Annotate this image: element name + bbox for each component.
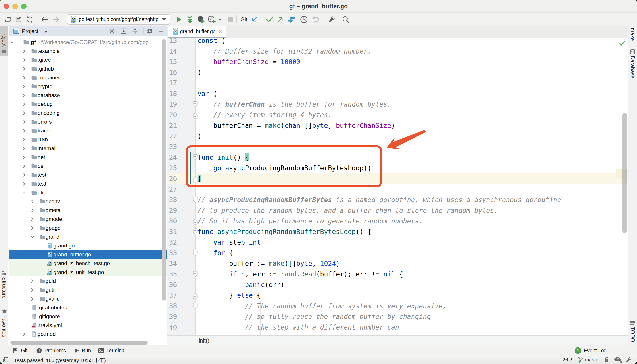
git-merge-button[interactable] <box>287 13 296 26</box>
fold-marker-collapse-icon[interactable] <box>193 228 198 235</box>
tab-close-icon[interactable] <box>218 29 223 34</box>
project-horizontal-scrollbar[interactable] <box>10 340 148 345</box>
tree-collapsed-chevron-icon[interactable] <box>22 138 26 142</box>
debug-button[interactable] <box>186 13 193 26</box>
caret-position-widget[interactable]: 26:2 <box>562 356 572 364</box>
tree-item-grand-buffer-go[interactable]: grand_buffer.go <box>9 250 167 259</box>
lock-status-icon[interactable] <box>604 356 610 364</box>
tree-item--gitattributes[interactable]: .gitattributes <box>9 303 167 312</box>
code-line-25[interactable]: go asyncProducingRandomBufferBytesLoop() <box>198 163 371 174</box>
stripe-make-button[interactable]: make <box>628 28 637 41</box>
tree-collapsed-chevron-icon[interactable] <box>30 226 34 230</box>
code-line-33[interactable]: for { <box>198 248 233 258</box>
tree-item-gvalid[interactable]: gvalid <box>9 294 167 303</box>
tree-item-grand-go[interactable]: grand.go <box>9 241 167 250</box>
toolwindow-toggle-icon[interactable] <box>3 356 8 364</box>
tree-collapsed-chevron-icon[interactable] <box>22 84 26 89</box>
back-icon[interactable] <box>40 13 48 26</box>
editor-vertical-scrollbar[interactable] <box>622 113 627 233</box>
tree-collapsed-chevron-icon[interactable] <box>22 129 26 133</box>
code-line-13[interactable]: const ( <box>198 38 225 46</box>
code-line-31[interactable]: func asyncProducingRandomBufferBytesLoop… <box>198 226 371 237</box>
code-line-34[interactable]: buffer := make([]byte, 1024) <box>198 258 340 269</box>
tree-collapsed-chevron-icon[interactable] <box>22 332 26 336</box>
git-branch-widget[interactable]: master <box>577 356 600 364</box>
tree-collapsed-chevron-icon[interactable] <box>30 208 34 212</box>
tree-item--github[interactable]: .github <box>9 64 167 73</box>
tree-collapsed-chevron-icon[interactable] <box>30 297 34 301</box>
tree-collapsed-chevron-icon[interactable] <box>22 173 26 177</box>
inspections-ok-icon[interactable] <box>619 41 625 47</box>
tab-grand-buffer-go[interactable]: grand_buffer.go <box>168 26 226 37</box>
code-line-19[interactable]: // bufferChan is the buffer for random b… <box>198 99 391 110</box>
code-line-38[interactable]: // The random buffer from system is very… <box>198 301 446 311</box>
locate-file-icon[interactable] <box>108 26 116 36</box>
code-line-16[interactable]: ) <box>198 67 202 78</box>
tree-collapsed-chevron-icon[interactable] <box>22 182 26 186</box>
event-log-button[interactable]: 1 Event Log <box>575 346 607 356</box>
tree-collapsed-chevron-icon[interactable] <box>22 76 26 80</box>
hide-panel-icon[interactable] <box>157 26 165 36</box>
tree-item-gutil[interactable]: gutil <box>9 285 167 294</box>
code-line-40[interactable]: // the step with a different number can <box>198 322 399 332</box>
code-line-32[interactable]: var step int <box>198 237 261 248</box>
tree-collapsed-chevron-icon[interactable] <box>30 217 34 221</box>
profiler-button[interactable] <box>208 13 217 26</box>
tree-expanded-chevron-icon[interactable] <box>10 40 14 44</box>
tree-item--gitee[interactable]: .gitee <box>9 55 167 64</box>
tree-collapsed-chevron-icon[interactable] <box>22 155 26 160</box>
fold-marker-collapse-icon[interactable] <box>193 303 198 310</box>
tree-item-errors[interactable]: errors <box>9 117 167 126</box>
tree-item-internal[interactable]: internal <box>9 144 167 152</box>
toolwindow-terminal-button[interactable]: Terminal <box>98 346 126 356</box>
code-line-14[interactable]: // Buffer size for uint32 random number. <box>198 46 371 56</box>
tree-collapsed-chevron-icon[interactable] <box>22 93 26 98</box>
tree-item--example[interactable]: .example <box>9 46 167 55</box>
cloud-help-icon[interactable]: ? <box>614 356 623 364</box>
tree-collapsed-chevron-icon[interactable] <box>22 49 26 53</box>
tree-item--travis-yml[interactable]: .travis.yml <box>9 321 167 330</box>
tree-item-gpage[interactable]: gpage <box>9 223 167 232</box>
tree-collapsed-chevron-icon[interactable] <box>30 200 34 204</box>
tree-item-database[interactable]: database <box>9 91 167 100</box>
tree-item-guid[interactable]: guid <box>9 276 167 285</box>
tree-item-frame[interactable]: frame <box>9 126 167 135</box>
fold-marker-collapse-icon[interactable] <box>193 196 198 204</box>
tree-item--gitignore[interactable]: .gitignore <box>9 312 167 321</box>
run-button[interactable] <box>176 13 182 26</box>
tree-collapsed-chevron-icon[interactable] <box>22 120 26 124</box>
profiler-caret-icon[interactable] <box>218 13 222 26</box>
code-line-39[interactable]: // so fully reuse the random buffer by c… <box>198 311 431 322</box>
code-line-37[interactable]: } else { <box>198 290 261 301</box>
run-configuration-select[interactable]: go test github.com/gogf/gf/net/ghttp <box>67 14 170 24</box>
tree-item-go-mod[interactable]: go.mod <box>9 330 167 338</box>
stripe-todo-button[interactable]: TODO <box>628 321 637 342</box>
fold-marker-collapse-icon[interactable] <box>193 101 198 108</box>
toolwindow-problems-button[interactable]: Problems <box>36 346 66 356</box>
tree-item-os[interactable]: os <box>9 162 167 170</box>
status-message[interactable]: Tests passed: 166 (yesterday 10:53 下午) <box>14 356 106 364</box>
fold-marker-collapse-end-icon[interactable] <box>193 218 198 225</box>
code-line-28[interactable]: // asyncProducingRandomBufferBytes is a … <box>198 194 561 205</box>
tree-item-container[interactable]: container <box>9 73 167 82</box>
settings-wrench-icon[interactable] <box>328 13 336 26</box>
sync-icon[interactable] <box>25 13 34 26</box>
stripe-favorites-button[interactable]: Favorites <box>0 308 8 337</box>
run-with-coverage-button[interactable] <box>197 13 206 26</box>
toolwindow-git-button[interactable]: Git <box>13 346 28 356</box>
tree-item-grand-z-unit-test-go[interactable]: grand_z_unit_test.go <box>9 268 167 276</box>
tree-expanded-chevron-icon[interactable] <box>30 235 34 239</box>
tree-collapsed-chevron-icon[interactable] <box>22 58 26 62</box>
tree-item-gconv[interactable]: gconv <box>9 197 167 206</box>
git-history-button[interactable] <box>300 13 308 26</box>
code-line-21[interactable]: bufferChan = make(chan []byte, bufferCha… <box>198 120 395 131</box>
panel-settings-gear-icon[interactable] <box>146 26 154 36</box>
fold-marker-collapse-icon[interactable] <box>193 271 198 278</box>
tree-item-encoding[interactable]: encoding <box>9 108 167 117</box>
tree-item-gf[interactable]: gf ~/Workspace/Go/GOPATH/src/github.com/… <box>9 38 167 46</box>
git-commit-button[interactable] <box>266 13 274 26</box>
fold-marker-collapse-end-icon[interactable] <box>193 175 198 182</box>
project-vertical-scrollbar[interactable] <box>162 39 166 300</box>
status-wrench-icon[interactable] <box>626 356 632 364</box>
save-icon[interactable] <box>14 13 22 26</box>
